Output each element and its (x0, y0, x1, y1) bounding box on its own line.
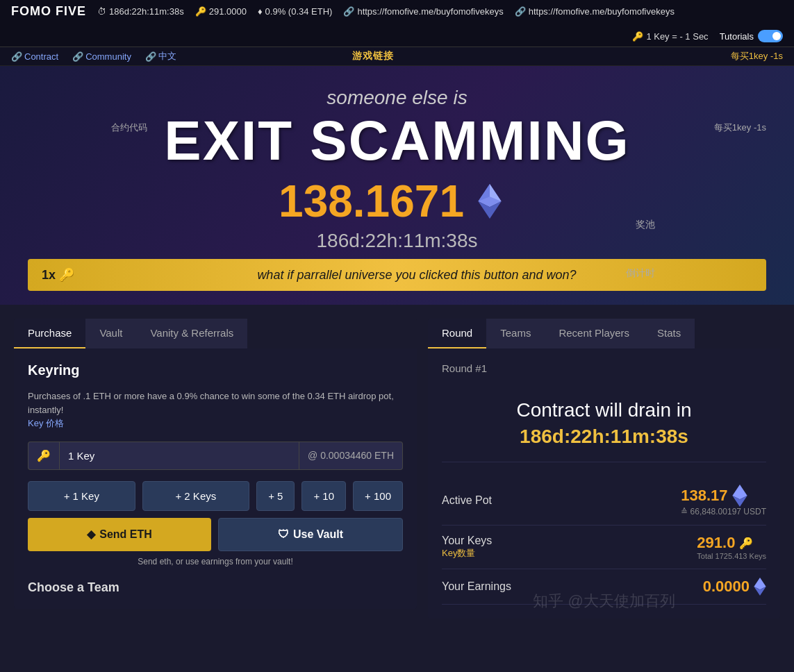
contract-icon: 🔗 (11, 51, 22, 62)
link1-stat[interactable]: 🔗 https://fomofive.me/buyfomofivekeys (343, 6, 503, 17)
key-per-value: 1 Key = - 1 Sec (646, 31, 708, 42)
action-row: ◆ Send ETH 🛡 Use Vault (28, 518, 403, 551)
tab-vault[interactable]: Vault (85, 319, 136, 348)
contract-label: Contract (24, 51, 58, 62)
eth-icon-pot (732, 485, 747, 507)
your-keys-row: Your Keys Key数量 291.0 🔑 Total 1725.413 K… (442, 526, 766, 569)
key-price-label: Key 价格 (28, 418, 64, 428)
eth-diamond-icon (472, 184, 507, 219)
chinese-link[interactable]: 🔗 中文 (145, 50, 176, 62)
key-icon-keys: 🔑 (739, 537, 753, 550)
key-input-row: 🔑 @ 0.00034460 ETH (28, 442, 403, 470)
drain-countdown: 186d:22h:11m:38s (442, 426, 766, 448)
keys-stat: 🔑 291.0000 (195, 6, 247, 17)
btn-plus1[interactable]: + 1 Key (28, 481, 135, 511)
keys-value: 291.0000 (209, 6, 247, 17)
send-hint: Send eth, or use earnings from your vaul… (28, 557, 403, 566)
right-tab-bar: Round Teams Recent Players Stats (428, 319, 780, 348)
eth-icon-earnings (754, 578, 766, 596)
key-per-icon: 🔑 (632, 31, 643, 42)
left-panel: Purchase Vault Vanity & Referrals Keyrin… (14, 319, 417, 619)
your-earnings-num: 0.0000 (703, 578, 750, 596)
active-pot-num: 138.17 (681, 487, 727, 505)
pool-label: 奖池 (636, 219, 655, 231)
use-vault-label: Use Vault (293, 528, 343, 541)
hero-sub-text: someone else is (14, 87, 780, 109)
brand-logo: FOMO FIVE (11, 4, 86, 19)
tutorials-label: Tutorials (720, 31, 754, 42)
per-key-label: 每买1key -1s (731, 51, 783, 61)
your-earnings-row: Your Earnings 0.0000 (442, 569, 766, 605)
tutorial-toggle[interactable]: Tutorials (720, 30, 783, 42)
hero-right-label: 每买1key -1s (714, 121, 766, 134)
increment-btn-row: + 1 Key + 2 Keys + 5 + 10 + 100 (28, 481, 403, 511)
active-pot-row: Active Pot 138.17 ≙ 66,848.00197 USDT (442, 476, 766, 526)
active-pot-label: Active Pot (442, 494, 492, 507)
tab-purchase[interactable]: Purchase (14, 319, 85, 348)
community-icon: 🔗 (72, 51, 83, 62)
timer-value: 186d:22h:11m:38s (109, 6, 184, 17)
tab-vanity[interactable]: Vanity & Referrals (136, 319, 247, 348)
link1-icon: 🔗 (343, 6, 354, 17)
hero-amount-value: 138.1671 (279, 176, 464, 227)
btn-plus2[interactable]: + 2 Keys (142, 481, 250, 511)
per-key-right: 每买1key -1s (731, 50, 783, 62)
toggle-switch[interactable] (758, 30, 783, 42)
pot-stat: ♦ 0.9% (0.34 ETH) (258, 6, 332, 17)
link1-value: https://fomofive.me/buyfomofivekeys (357, 6, 503, 17)
your-keys-left: Your Keys Key数量 (442, 535, 492, 560)
link2-icon: 🔗 (515, 6, 526, 17)
eth-icon: ◆ (87, 528, 95, 541)
key-per-stat: 🔑 1 Key = - 1 Sec (632, 31, 708, 42)
round-label: Round #1 (442, 362, 766, 374)
key-input-icon: 🔑 (28, 442, 59, 470)
btn-plus10[interactable]: + 10 (301, 481, 346, 511)
active-pot-value-row: 138.17 (681, 485, 766, 507)
community-label: Community (85, 51, 131, 62)
hero-section: 合约代码 每买1key -1s someone else is EXIT SCA… (0, 66, 794, 305)
right-panel: Round Teams Recent Players Stats Round #… (428, 319, 780, 619)
countdown-label: 倒计时 (626, 267, 655, 280)
diamond-icon: ♦ (258, 6, 263, 17)
vault-icon: 🛡 (278, 528, 289, 541)
left-tab-bar: Purchase Vault Vanity & Referrals (14, 319, 417, 348)
your-keys-num: 291.0 (697, 534, 735, 552)
btn-plus100[interactable]: + 100 (353, 481, 403, 511)
key-quantity-input[interactable] (59, 442, 299, 470)
tab-round[interactable]: Round (428, 319, 486, 348)
link2-stat[interactable]: 🔗 https://fomofive.me/buyfomofivekeys (515, 6, 675, 17)
parallell-key-label: 1x 🔑 (42, 267, 74, 283)
key-price-display: @ 0.00034460 ETH (299, 442, 403, 470)
purchase-title: Keyring (28, 362, 403, 378)
contract-link[interactable]: 🔗 Contract (11, 51, 58, 62)
community-link[interactable]: 🔗 Community (72, 51, 131, 62)
pot-value: 0.9% (0.34 ETH) (265, 6, 333, 17)
active-pot-usd: ≙ 66,848.00197 USDT (681, 507, 766, 516)
purchase-panel-body: Keyring Purchases of .1 ETH or more have… (14, 348, 417, 609)
purchase-desc-text: Purchases of .1 ETH or more have a 0.9% … (28, 391, 394, 415)
use-vault-button[interactable]: 🛡 Use Vault (218, 518, 403, 551)
link2-value: https://fomofive.me/buyfomofivekeys (529, 6, 675, 17)
tab-stats[interactable]: Stats (643, 319, 695, 348)
second-nav: 🔗 Contract 🔗 Community 🔗 中文 游戏链接 每买1key … (0, 47, 794, 66)
key-icon: 🔑 (195, 6, 206, 17)
your-keys-label: Your Keys (442, 535, 492, 547)
chinese-label: 中文 (158, 50, 176, 62)
game-link: 游戏链接 (352, 50, 394, 62)
tab-teams[interactable]: Teams (486, 319, 545, 348)
hero-countdown: 186d:22h:11m:38s (14, 230, 780, 252)
choose-team-label: Choose a Team (28, 580, 403, 595)
drain-title: Contract will drain in (442, 399, 766, 421)
timer-icon: ⏱ (97, 6, 106, 17)
game-link-label: 游戏链接 (352, 50, 394, 61)
top-nav: FOMO FIVE ⏱ 186d:22h:11m:38s 🔑 291.0000 … (0, 0, 794, 47)
your-keys-sublabel: Key数量 (442, 547, 492, 560)
btn-plus5[interactable]: + 5 (256, 481, 295, 511)
timer-stat: ⏱ 186d:22h:11m:38s (97, 6, 184, 17)
parallell-bar[interactable]: 1x 🔑 what if parrallel universe you clic… (28, 259, 766, 291)
tab-recent-players[interactable]: Recent Players (545, 319, 643, 348)
right-panel-body: Round #1 Contract will drain in 186d:22h… (428, 348, 780, 619)
send-eth-button[interactable]: ◆ Send ETH (28, 518, 211, 551)
nav-right: 🔑 1 Key = - 1 Sec Tutorials (632, 30, 783, 42)
hero-contract-label: 合约代码 (111, 121, 147, 134)
